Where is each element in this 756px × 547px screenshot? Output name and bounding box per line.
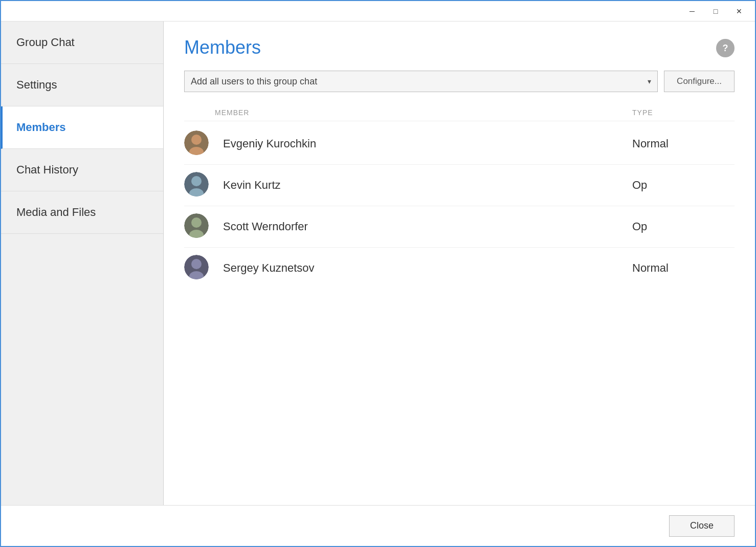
member-avatar-col — [184, 172, 215, 199]
member-name: Sergey Kuznetsov — [215, 261, 632, 275]
member-name: Scott Werndorfer — [215, 220, 632, 233]
member-avatar-col — [184, 213, 215, 240]
footer: Close — [1, 505, 755, 546]
dropdown-arrow-icon: ▾ — [648, 77, 651, 85]
members-list: Evgeniy KurochkinNormalKevin KurtzOpScot… — [184, 123, 735, 289]
content-area: Group Chat Settings Members Chat History… — [1, 21, 755, 505]
svg-point-10 — [191, 217, 202, 228]
member-type: Normal — [632, 261, 735, 275]
member-type: Op — [632, 179, 735, 192]
table-row: Scott WerndorferOp — [184, 206, 735, 248]
col-type-header: TYPE — [632, 108, 735, 117]
minimize-button[interactable]: ─ — [680, 3, 704, 19]
maximize-button[interactable]: □ — [704, 3, 727, 19]
table-row: Kevin KurtzOp — [184, 165, 735, 206]
avatar — [184, 213, 209, 238]
member-type: Normal — [632, 137, 735, 150]
table-row: Evgeniy KurochkinNormal — [184, 123, 735, 165]
window-close-button[interactable]: ✕ — [727, 3, 751, 19]
main-header: Members ? — [184, 37, 735, 58]
avatar — [184, 172, 209, 196]
svg-point-6 — [191, 176, 202, 186]
sidebar-item-settings[interactable]: Settings — [1, 64, 163, 106]
toolbar: Add all users to this group chat ▾ Confi… — [184, 71, 735, 92]
sidebar-item-media-files[interactable]: Media and Files — [1, 191, 163, 234]
titlebar: ─ □ ✕ — [1, 1, 755, 21]
sidebar: Group Chat Settings Members Chat History… — [1, 21, 164, 505]
avatar — [184, 255, 209, 279]
member-avatar-col — [184, 130, 215, 157]
member-name: Kevin Kurtz — [215, 179, 632, 192]
col-member-header: MEMBER — [215, 108, 632, 117]
svg-point-2 — [191, 135, 202, 145]
member-name: Evgeniy Kurochkin — [215, 137, 632, 150]
help-icon[interactable]: ? — [716, 39, 735, 57]
member-avatar-col — [184, 255, 215, 281]
add-users-dropdown[interactable]: Add all users to this group chat ▾ — [184, 71, 658, 92]
member-type: Op — [632, 220, 735, 233]
configure-button[interactable]: Configure... — [664, 71, 735, 92]
members-table: MEMBER TYPE Evgeniy KurochkinNormalKevin… — [184, 104, 735, 289]
table-row: Sergey KuznetsovNormal — [184, 248, 735, 289]
close-button[interactable]: Close — [669, 515, 735, 537]
avatar — [184, 130, 209, 155]
sidebar-item-group-chat[interactable]: Group Chat — [1, 21, 163, 64]
sidebar-item-chat-history[interactable]: Chat History — [1, 149, 163, 191]
main-window: ─ □ ✕ Group Chat Settings Members Chat H… — [0, 0, 756, 547]
page-title: Members — [184, 37, 261, 58]
dropdown-value: Add all users to this group chat — [191, 76, 317, 87]
sidebar-item-members[interactable]: Members — [1, 106, 163, 149]
svg-point-14 — [191, 259, 202, 269]
main-content: Members ? Add all users to this group ch… — [164, 21, 755, 505]
table-header: MEMBER TYPE — [184, 104, 735, 121]
